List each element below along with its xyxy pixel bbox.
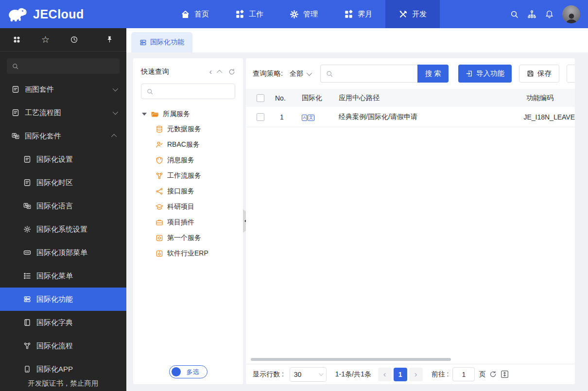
caret-down-icon[interactable] xyxy=(142,113,147,116)
app-logo[interactable]: JECloud xyxy=(0,0,121,28)
sidebar-item-i18n-app[interactable]: 国际化APP xyxy=(0,357,126,381)
query-strategy-label: 查询策略: xyxy=(253,69,283,78)
tree-item-api-service[interactable]: 接口服务 xyxy=(142,184,239,199)
rows-per-page-label: 显示行数 : xyxy=(253,370,284,379)
function-search-input[interactable] xyxy=(337,70,413,78)
next-page-button[interactable]: › xyxy=(409,368,423,381)
tree-item-project-plugin[interactable]: 项目插件 xyxy=(142,215,239,230)
chevron-up-icon xyxy=(111,134,117,139)
tree-search-input[interactable] xyxy=(157,87,230,95)
tree-root-services[interactable]: 所属服务 xyxy=(142,107,239,121)
sidebar-item-i18n-timezone[interactable]: 国际化时区 xyxy=(0,171,126,194)
goto-page-input[interactable] xyxy=(452,367,475,381)
chevron-down-icon xyxy=(113,86,118,91)
user-check-icon xyxy=(156,141,163,149)
translate-badge-icon[interactable]: A 文 xyxy=(302,115,314,121)
tree-item-metadata-service[interactable]: 元数据服务 xyxy=(142,121,239,137)
refresh-icon[interactable] xyxy=(228,68,235,75)
collapse-up-icon[interactable] xyxy=(217,69,222,75)
nav-item-jiyue[interactable]: 霁月 xyxy=(331,0,385,28)
save-icon xyxy=(527,70,534,77)
nav-item-home[interactable]: 首页 xyxy=(168,0,222,28)
collapse-left-icon[interactable]: ‹ xyxy=(209,68,212,76)
query-strategy-select[interactable]: 全部 xyxy=(290,69,311,78)
sidebar-item-i18n-suite[interactable]: 国际化套件 xyxy=(0,124,126,148)
search-button[interactable]: 搜 索 xyxy=(417,65,449,83)
briefcase-icon xyxy=(156,219,163,226)
document-icon xyxy=(12,109,19,117)
tree-item-label: 第一个服务 xyxy=(167,234,201,242)
grid-icon[interactable] xyxy=(13,35,21,44)
clipped-button[interactable] xyxy=(567,65,575,83)
multi-select-toggle[interactable]: 多选 xyxy=(169,365,208,378)
graduation-cap-icon xyxy=(156,203,163,211)
tree-item-message-service[interactable]: 消息服务 xyxy=(142,153,239,168)
tree-search xyxy=(141,84,235,99)
nav-item-develop[interactable]: 开发 xyxy=(385,0,440,28)
nav-item-work[interactable]: 工作 xyxy=(222,0,277,28)
refresh-icon[interactable] xyxy=(489,371,497,378)
badge-a: A xyxy=(302,115,307,121)
import-function-button[interactable]: 导入功能 xyxy=(458,65,512,83)
sidebar-item-i18n-function[interactable]: 国际化功能 xyxy=(0,288,126,311)
nav-label: 工作 xyxy=(249,10,263,19)
range-summary: 1-1条/共1条 xyxy=(335,370,371,379)
sidebar-item-i18n-dictionary[interactable]: 国际化字典 xyxy=(0,311,126,334)
org-chart-icon[interactable] xyxy=(527,10,536,19)
import-icon xyxy=(466,70,473,77)
tree-item-label: 科研项目 xyxy=(167,203,194,211)
goto-page-label: 前往 : xyxy=(432,370,449,379)
sidebar-item-i18n-settings[interactable]: 国际化设置 xyxy=(0,148,126,171)
sidebar-item-drawing-suite[interactable]: 画图套件 xyxy=(0,78,126,101)
search-icon[interactable] xyxy=(510,10,519,19)
main-toolbar: 查询策略: 全部 搜 索 导入功能 保存 xyxy=(246,58,575,89)
rows-per-page-select[interactable]: 30 xyxy=(290,367,327,382)
save-button[interactable]: 保存 xyxy=(519,65,559,83)
tree-item-workflow-service[interactable]: 工作流服务 xyxy=(142,168,239,184)
clock-icon[interactable] xyxy=(70,35,78,44)
nav-item-manage[interactable]: 管理 xyxy=(277,0,331,28)
tree-item-first-service[interactable]: 第一个服务 xyxy=(142,230,239,246)
erp-box-icon xyxy=(156,250,163,257)
sidebar-search-input[interactable] xyxy=(23,62,115,70)
tree-item-label: RBAC服务 xyxy=(167,140,200,149)
tree-item-rbac-service[interactable]: RBAC服务 xyxy=(142,137,239,153)
license-note: 开发版证书，禁止商用 xyxy=(0,379,126,388)
tree-item-software-erp[interactable]: 软件行业ERP xyxy=(142,246,239,261)
mobile-icon xyxy=(23,365,31,373)
tab-label: 国际化功能 xyxy=(150,38,184,47)
pin-icon[interactable] xyxy=(105,35,114,44)
row-app-path: 经典案例/国际化/请假申请 xyxy=(339,113,523,121)
sidebar-item-label: 国际化APP xyxy=(36,365,73,374)
sidebar-item-i18n-system-settings[interactable]: 国际化系统设置 xyxy=(0,218,126,241)
folder-open-icon xyxy=(151,110,159,119)
expand-rows-icon[interactable] xyxy=(501,370,509,378)
sidebar-item-i18n-workflow[interactable]: 国际化流程 xyxy=(0,334,126,357)
sidebar-item-process-flow[interactable]: 工艺流程图 xyxy=(0,101,126,124)
quick-query-panel: 快速查询 ‹ 所属服务 元数据服务 RBAC服务 消息服务 工 xyxy=(133,58,243,384)
row-number: 1 xyxy=(275,113,302,121)
row-checkbox[interactable] xyxy=(257,113,264,121)
current-page[interactable]: 1 xyxy=(394,368,407,381)
tab-bar: 国际化功能 xyxy=(126,28,588,52)
column-header-no: No. xyxy=(275,94,302,102)
quick-query-title: 快速查询 xyxy=(141,67,169,76)
translate-icon xyxy=(23,202,31,210)
select-all-checkbox[interactable] xyxy=(257,94,264,102)
tree-item-label: 消息服务 xyxy=(167,156,194,165)
sidebar-item-i18n-language[interactable]: 国际化语言 xyxy=(0,194,126,218)
search-icon xyxy=(12,63,19,70)
user-avatar[interactable] xyxy=(562,5,580,23)
horizontal-scrollbar[interactable] xyxy=(251,358,451,361)
topbar-menu-icon xyxy=(23,249,31,256)
tab-i18n-function[interactable]: 国际化功能 xyxy=(131,32,192,52)
sidebar-item-label: 国际化功能 xyxy=(36,295,73,304)
table-row[interactable]: 1 A 文 经典案例/国际化/请假申请 JE_I18N_LEAVE xyxy=(246,107,575,127)
tree-item-research-project[interactable]: 科研项目 xyxy=(142,199,239,215)
rows-per-page-value: 30 xyxy=(294,371,302,378)
star-icon[interactable]: ☆ xyxy=(41,35,50,44)
bell-icon[interactable] xyxy=(545,10,554,19)
sidebar-item-i18n-menu[interactable]: 国际化菜单 xyxy=(0,264,126,288)
sidebar-item-i18n-top-menu[interactable]: 国际化顶部菜单 xyxy=(0,241,126,264)
prev-page-button[interactable]: ‹ xyxy=(378,368,392,381)
